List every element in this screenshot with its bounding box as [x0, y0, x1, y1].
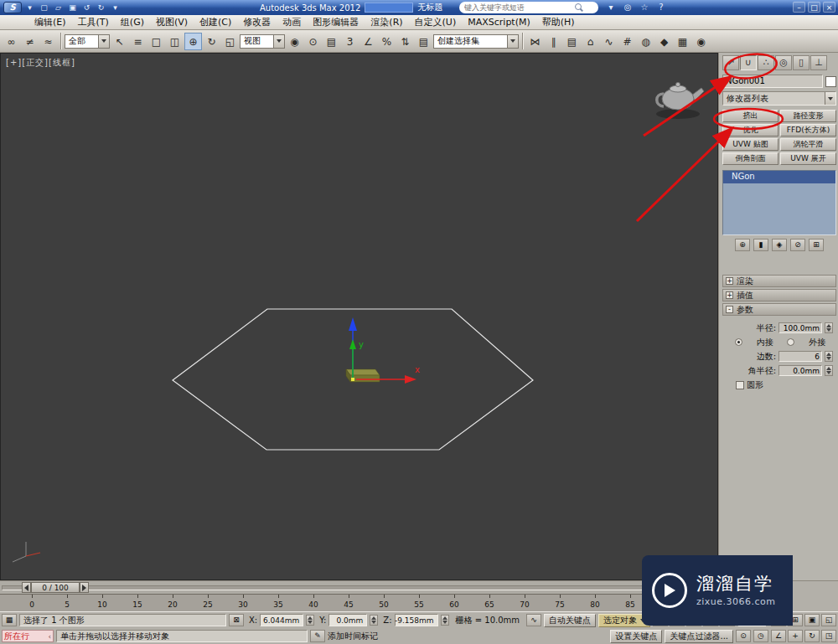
rectangular-selection-region-icon[interactable]: □	[147, 33, 165, 50]
modifier-set-button[interactable]: 路径变形	[780, 110, 836, 122]
modifier-set-button[interactable]: 倒角剖面	[722, 152, 779, 165]
help-icon[interactable]: ?	[655, 2, 667, 13]
sides-field[interactable]: 6	[779, 351, 822, 362]
key-filters-button[interactable]: 关键点过滤器...	[665, 630, 733, 643]
utilities-tab[interactable]: ⊥	[810, 55, 827, 70]
circumscribed-radio[interactable]	[787, 338, 794, 346]
y-coordinate-spinner[interactable]	[370, 615, 378, 626]
minimize-button[interactable]: –	[793, 2, 805, 13]
modifier-set-button[interactable]: 优化	[722, 124, 779, 137]
rendered-frame-window-icon[interactable]: ▦	[674, 33, 691, 50]
named-selection-sets-dropdown[interactable]: 创建选择集	[433, 34, 519, 49]
motion-tab[interactable]: ◎	[775, 55, 792, 70]
sides-spinner[interactable]	[825, 351, 833, 362]
menu-item[interactable]: 创建(C)	[194, 16, 237, 28]
app-menu-caret-icon[interactable]: ▾	[23, 2, 36, 13]
time-slider-frame-label[interactable]: 0 / 100	[31, 582, 80, 593]
layer-manager-icon[interactable]: ▤	[563, 33, 581, 50]
menu-item[interactable]: 动画	[277, 16, 307, 28]
set-key-button[interactable]: 设置关键点	[610, 630, 662, 643]
unlink-selection-icon[interactable]: ≠	[21, 33, 39, 50]
display-tab[interactable]: ▯	[793, 55, 810, 70]
select-and-manipulate-icon[interactable]: ⊙	[304, 33, 322, 50]
z-coordinate-spinner[interactable]	[441, 615, 449, 626]
zoom-region-icon[interactable]: ◱	[821, 614, 836, 626]
remove-modifier-icon[interactable]: ⊘	[790, 239, 805, 251]
search-input[interactable]	[464, 3, 572, 12]
select-and-link-icon[interactable]: ∞	[3, 33, 20, 50]
modifier-set-button[interactable]: UVW 贴图	[722, 138, 779, 151]
chevron-down-icon[interactable]	[98, 35, 109, 48]
modifier-set-button[interactable]: 挤出	[722, 110, 779, 122]
add-time-tag-label[interactable]: 添加时间标记	[328, 631, 378, 642]
mirror-icon[interactable]: ⋈	[526, 33, 544, 50]
chevron-down-icon[interactable]	[825, 92, 835, 105]
pan-view-icon[interactable]: +	[788, 630, 803, 642]
edit-named-selection-sets-icon[interactable]: ▤	[415, 33, 432, 50]
create-tab[interactable]: ↗	[722, 55, 739, 70]
key-mode-toggle-icon[interactable]: ⊙	[736, 630, 751, 642]
maxscript-mini-listener[interactable]: 所在行 ‹	[2, 630, 54, 642]
hierarchy-tab[interactable]: ∴	[758, 55, 774, 70]
x-coordinate-field[interactable]: 6.044mm	[260, 614, 303, 626]
x-coordinate-spinner[interactable]	[306, 615, 314, 626]
corner-radius-spinner[interactable]	[825, 365, 833, 376]
rollout-header[interactable]: + 渲染	[722, 275, 836, 287]
select-and-move-icon[interactable]: ⊕	[184, 33, 202, 50]
redo-icon[interactable]: ↻	[95, 2, 107, 13]
modify-tab[interactable]: ∪	[740, 55, 757, 70]
graphite-ribbon-icon[interactable]: ⌂	[582, 33, 599, 50]
align-icon[interactable]: ∥	[545, 33, 562, 50]
menu-item[interactable]: 图形编辑器	[307, 16, 365, 28]
modifier-set-button[interactable]: FFD(长方体)	[780, 124, 836, 137]
search-icon[interactable]	[575, 3, 584, 13]
auto-key-button[interactable]: 自动关键点	[544, 614, 596, 627]
parameters-rollout-header[interactable]: - 参数	[722, 303, 836, 316]
make-unique-icon[interactable]: ◈	[772, 239, 787, 251]
select-object-icon[interactable]: ↖	[111, 33, 128, 50]
time-slider-track[interactable]	[2, 585, 716, 590]
menu-item[interactable]: 帮助(H)	[536, 16, 581, 28]
maximize-viewport-toggle-icon[interactable]: ◳	[821, 630, 836, 642]
percent-snap-icon[interactable]: %	[378, 33, 396, 50]
search-caret-icon[interactable]: ▾	[605, 2, 617, 13]
circular-checkbox[interactable]	[736, 381, 744, 389]
angle-snap-icon[interactable]: ∠	[360, 33, 377, 50]
modifier-set-button[interactable]: UVW 展开	[780, 152, 836, 165]
corner-radius-field[interactable]: 0.0mm	[779, 365, 822, 376]
schematic-view-icon[interactable]: #	[618, 33, 636, 50]
render-production-icon[interactable]: ◉	[692, 33, 710, 50]
configure-modifier-sets-icon[interactable]: ⊞	[809, 239, 824, 251]
menu-item[interactable]: 修改器	[237, 16, 277, 28]
stack-item-ngon[interactable]: NGon	[723, 171, 835, 183]
spinner-snap-icon[interactable]: ⇅	[396, 33, 414, 50]
chevron-down-icon[interactable]	[273, 35, 284, 48]
select-by-name-icon[interactable]: ≡	[129, 33, 147, 50]
rollout-header[interactable]: + 插值	[722, 289, 836, 301]
window-crossing-toggle-icon[interactable]: ◫	[166, 33, 184, 50]
keyboard-shortcut-override-icon[interactable]: ▤	[323, 33, 340, 50]
render-setup-icon[interactable]: ◆	[655, 33, 673, 50]
rollout-expand-icon[interactable]: +	[726, 277, 733, 285]
select-and-scale-icon[interactable]: ◱	[221, 33, 239, 50]
menu-item[interactable]: 工具(T)	[72, 16, 115, 28]
chevron-down-icon[interactable]	[507, 35, 518, 48]
3dsmax-logo-icon[interactable]: S	[3, 2, 22, 13]
time-configuration-icon[interactable]: ◷	[753, 630, 768, 642]
menu-item[interactable]: MAXScript(M)	[462, 17, 536, 28]
selection-filter-dropdown[interactable]: 全部	[65, 34, 110, 49]
favorites-star-icon[interactable]: ☆	[639, 2, 650, 13]
track-bar-ruler[interactable]: 05101520253035404550556065707580859095	[0, 594, 718, 611]
object-name-field[interactable]: NGon001	[722, 75, 823, 88]
maximize-button[interactable]: □	[808, 2, 820, 13]
modifier-list-dropdown[interactable]: 修改器列表	[722, 91, 836, 106]
menu-item[interactable]: 视图(V)	[150, 16, 194, 28]
curve-editor-icon[interactable]: ∿	[600, 33, 618, 50]
viewport[interactable]: y x [+][正交][线框]	[0, 53, 718, 580]
pin-stack-icon[interactable]: ⊕	[735, 239, 750, 251]
rollout-collapse-icon[interactable]: -	[726, 306, 733, 313]
bind-to-space-warp-icon[interactable]: ≈	[39, 33, 57, 50]
time-slider[interactable]: 0 / 100	[0, 580, 718, 594]
zoom-extents-icon[interactable]: ▣	[804, 614, 820, 626]
z-coordinate-field[interactable]: -9.158mm	[395, 614, 438, 626]
